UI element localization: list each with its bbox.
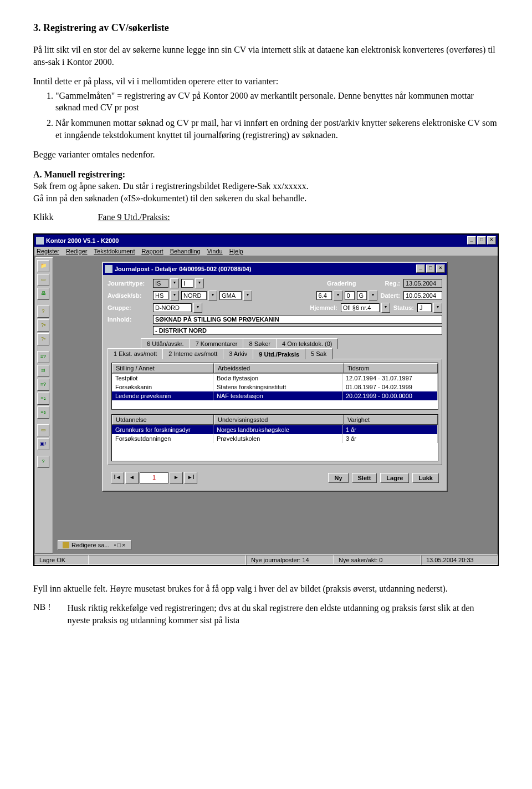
nb-label: NB ! <box>33 602 51 626</box>
tab-soker[interactable]: 8 Søker <box>243 338 277 349</box>
variant-intro: Inntil dette er på plass, vil vi i mello… <box>33 75 499 88</box>
field-g2[interactable]: 0 <box>345 291 355 300</box>
praksis-list[interactable]: Stilling / Annet Arbeidssted Tidsrom Tes… <box>111 363 438 410</box>
toolbar-btn-green1-icon[interactable]: ≡? <box>37 351 49 363</box>
child-titlebar: Journalpost - Detaljer 04/00995-002 (007… <box>103 263 447 275</box>
label-status: Status: <box>392 304 415 311</box>
menubar: Register Rediger Tekstdokument Rapport B… <box>34 247 498 256</box>
manual-heading: A. Manuell registrering: <box>33 170 125 179</box>
mdi-task-button[interactable]: Redigere sa... ▫□× <box>58 540 131 550</box>
menu-register[interactable]: Register <box>37 248 59 254</box>
menu-hjelp[interactable]: Hjelp <box>229 248 243 254</box>
toolbar-btn-green4-icon[interactable]: ≡₂ <box>37 393 49 405</box>
toolbar-btn-find-icon[interactable]: ? <box>37 306 49 318</box>
list-item: Når kommunen mottar søknad og CV pr mail… <box>55 117 499 141</box>
toolbar-btn-folder2-icon[interactable]: ▭ <box>37 424 49 436</box>
field-g3[interactable]: G <box>357 291 367 300</box>
task-label: Redigere sa... <box>71 542 109 548</box>
toolbar-btn-print-icon[interactable]: 🖶 <box>37 288 49 300</box>
fyll-paragraph: Fyll inn aktuelle felt. Høyre musetast b… <box>33 583 499 595</box>
nav-last-button[interactable]: ►I <box>184 472 197 484</box>
dropdown-icon[interactable]: ▾ <box>334 291 342 301</box>
slett-button[interactable]: Slett <box>352 473 377 483</box>
tab-kommentarer[interactable]: 7 Kommentarer <box>190 338 244 349</box>
field-avd2[interactable]: NORD <box>181 291 207 300</box>
tab-tekstdok[interactable]: 4 Om tekstdok. (0) <box>276 338 338 349</box>
menu-behandling[interactable]: Behandling <box>170 248 201 254</box>
field-avd3[interactable]: GMA <box>219 291 242 300</box>
dropdown-icon[interactable]: ▾ <box>369 291 377 301</box>
child-close-button[interactable]: × <box>436 264 445 273</box>
child-maximize-button[interactable]: □ <box>426 264 435 273</box>
menu-rapport[interactable]: Rapport <box>142 248 163 254</box>
menu-tekstdokument[interactable]: Tekstdokument <box>94 248 135 254</box>
field-gruppe[interactable]: D-NORD <box>153 303 192 312</box>
praksis-header: Stilling / Annet Arbeidssted Tidsrom <box>112 363 438 374</box>
tab-interne-avsmott[interactable]: 2 Interne avs/mott <box>162 348 223 359</box>
dropdown-icon[interactable]: ▾ <box>381 303 390 313</box>
list-item[interactable]: Forsøkskanin Statens forskningsinstitutt… <box>112 383 438 391</box>
lukk-button[interactable]: Lukk <box>412 473 439 483</box>
dropdown-icon[interactable]: ▾ <box>170 278 179 288</box>
minimize-button[interactable]: _ <box>467 236 476 245</box>
dropdown-icon[interactable]: ▾ <box>433 303 442 313</box>
status-lagre: Lagre OK <box>34 555 89 565</box>
field-hjemmel[interactable]: Ofl §6 nr.4 <box>341 303 380 312</box>
toolbar-btn-folder-icon[interactable]: 📁 <box>37 260 49 272</box>
dropdown-icon[interactable]: ▾ <box>243 291 252 301</box>
field-g1[interactable]: 6.4 <box>316 291 332 300</box>
tab-utlan[interactable]: 6 Utlån/avskr. <box>141 338 190 349</box>
field-datert[interactable]: 10.05.2004 <box>403 291 442 300</box>
field-jourart1[interactable]: IS <box>153 279 168 288</box>
nav-prev-button[interactable]: ◄ <box>125 472 139 484</box>
list-item[interactable]: Grunnkurs for forskningsdyr Norges landb… <box>112 425 438 434</box>
col-undervisningssted: Undervisningssted <box>214 415 344 425</box>
tab-ekst-avsmott[interactable]: 1 Ekst. avs/mott <box>108 348 163 359</box>
utdanning-list[interactable]: Utdannelse Undervisningssted Varighet Gr… <box>111 414 438 461</box>
field-jourart2[interactable]: I <box>181 279 193 288</box>
toolbar-btn-doc-icon[interactable]: ▭ <box>37 274 49 286</box>
tab-arkiv[interactable]: 3 Arkiv <box>223 348 253 359</box>
list-item[interactable]: Testpilot Bodø flystasjon 12.07.1994 - 3… <box>112 374 438 383</box>
toolbar-btn-find3-icon[interactable]: ?▫ <box>37 333 49 345</box>
child-window-icon <box>105 265 112 273</box>
status-blank <box>89 555 246 565</box>
dropdown-icon[interactable]: ▾ <box>195 278 204 288</box>
toolbar-btn-help-icon[interactable]: ? <box>37 456 49 468</box>
field-innhold1[interactable]: SØKNAD PÅ STILLING SOM PRØVEKANIN <box>153 315 442 324</box>
field-status[interactable]: J <box>417 303 432 312</box>
tab-sak[interactable]: 5 Sak <box>305 348 332 359</box>
mdi-taskbar: Redigere sa... ▫□× <box>58 540 131 550</box>
child-minimize-button[interactable]: _ <box>416 264 425 273</box>
field-innhold2[interactable]: - DISTRIKT NORD <box>153 326 442 335</box>
close-button[interactable]: × <box>487 236 496 245</box>
list-item[interactable]: Forsøksutdanningen Prøveklutskolen 3 år <box>112 434 438 443</box>
toolbar-btn-green5-icon[interactable]: ≡₃ <box>37 406 49 419</box>
list-item[interactable]: Ledende prøvekanin NAF testestasjon 20.0… <box>112 391 438 400</box>
dropdown-icon[interactable]: ▾ <box>193 303 202 313</box>
lagre-button[interactable]: Lagre <box>380 473 409 483</box>
nav-first-button[interactable]: I◄ <box>111 472 124 484</box>
dropdown-icon[interactable]: ▾ <box>170 291 179 301</box>
task-winbtns: ▫□× <box>114 542 126 548</box>
toolbar-btn-exit-icon[interactable]: ▣! <box>37 438 49 450</box>
toolbar-btn-find2-icon[interactable]: ?▪ <box>37 319 49 332</box>
maximize-button[interactable]: □ <box>477 236 486 245</box>
ny-button[interactable]: Ny <box>328 473 348 483</box>
app-icon <box>36 237 44 245</box>
label-hjemmel: Hjemmel: <box>309 304 339 311</box>
child-title: Journalpost - Detaljer 04/00995-002 (007… <box>115 266 416 272</box>
menu-rediger[interactable]: Rediger <box>66 248 88 254</box>
menu-vindu[interactable]: Vindu <box>207 248 223 254</box>
tab-panel: Stilling / Annet Arbeidssted Tidsrom Tes… <box>108 359 442 465</box>
nav-next-button[interactable]: ► <box>170 472 183 484</box>
toolbar-btn-green3-icon[interactable]: ≡? <box>37 379 49 391</box>
tab-utd-praksis[interactable]: 9 Utd./Praksis <box>253 348 305 359</box>
nav-record-count: 1 <box>140 472 168 483</box>
record-nav-bar: I◄ ◄ 1 ► ►I Ny Slett Lagre Lukk <box>108 470 442 486</box>
app-window: Kontor 2000 V5.1 - K2000 _ □ × Register … <box>33 233 499 566</box>
dropdown-icon[interactable]: ▾ <box>208 291 217 301</box>
manual-reg-block: A. Manuell registrering: Søk frem og åpn… <box>33 169 499 205</box>
toolbar-btn-green2-icon[interactable]: ≡! <box>37 365 49 377</box>
field-avd1[interactable]: HS <box>153 291 168 300</box>
